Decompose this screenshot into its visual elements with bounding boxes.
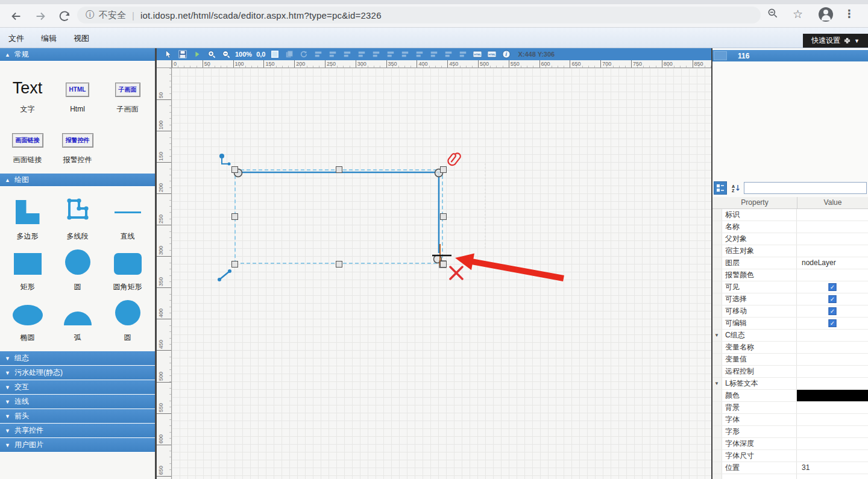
zoom-out-page-icon[interactable] xyxy=(767,7,779,22)
bookmark-star-icon[interactable]: ☆ xyxy=(793,7,803,21)
checkbox-checked-icon[interactable]: ✓ xyxy=(829,319,837,327)
tool-多线段[interactable]: 多线段 xyxy=(52,192,102,244)
section-collapse-icon[interactable]: ▼ xyxy=(714,381,719,386)
property-value[interactable]: ✓ xyxy=(797,281,868,293)
property-row-可见[interactable]: 可见✓ xyxy=(712,281,868,293)
tool-多边形[interactable]: 多边形 xyxy=(2,192,52,244)
property-value[interactable] xyxy=(797,438,868,449)
property-row-变量值[interactable]: 变量值 xyxy=(712,354,868,366)
quick-settings-button[interactable]: 快速设置 ▼ xyxy=(803,34,868,48)
property-value[interactable] xyxy=(797,354,868,365)
property-row-字体深度[interactable]: 字体深度 xyxy=(712,438,868,450)
distribute-h-icon[interactable] xyxy=(443,50,453,59)
align-bottom-icon[interactable] xyxy=(385,50,395,59)
panel-header-collapsed-0[interactable]: ▼组态 xyxy=(0,351,155,366)
html-icon[interactable]: HTML xyxy=(472,50,482,59)
property-filter-input[interactable] xyxy=(744,182,867,194)
property-row-远程控制[interactable]: 远程控制 xyxy=(712,366,868,378)
tool-圆[interactable]: 圆 xyxy=(102,295,153,345)
property-value[interactable] xyxy=(797,245,868,257)
distribute-v-icon[interactable] xyxy=(458,50,468,59)
panel-header-collapsed-6[interactable]: ▼用户图片 xyxy=(0,438,155,452)
tool-文字[interactable]: Text文字 xyxy=(2,66,52,117)
categorized-view-icon[interactable] xyxy=(714,181,727,195)
property-row-L标签文本[interactable]: ▼L标签文本 xyxy=(712,378,868,390)
tool-Html[interactable]: HTMLHtml xyxy=(52,66,102,117)
panel-header-collapsed-4[interactable]: ▼箭头 xyxy=(0,409,155,424)
panel-tab-square[interactable] xyxy=(714,51,727,60)
align-center-icon[interactable] xyxy=(327,50,338,59)
panel-header-collapsed-3[interactable]: ▼连线 xyxy=(0,395,155,409)
align-left-icon[interactable] xyxy=(313,50,323,59)
panel-header-draw[interactable]: ▲ 绘图 xyxy=(0,174,155,187)
resize-handle[interactable] xyxy=(336,261,342,268)
resize-handle[interactable] xyxy=(440,261,447,268)
tool-报警控件[interactable]: 报警控件报警控件 xyxy=(52,117,102,167)
property-value[interactable] xyxy=(797,366,868,377)
checkbox-checked-icon[interactable]: ✓ xyxy=(829,295,837,303)
property-row-位置[interactable]: 位置31 xyxy=(712,462,868,474)
property-value[interactable] xyxy=(797,221,868,233)
save-icon[interactable] xyxy=(177,50,187,59)
page-info-icon[interactable]: ⓘ xyxy=(86,10,94,20)
polyline-shape[interactable] xyxy=(237,172,439,253)
property-row-名称[interactable]: 名称 xyxy=(712,221,868,233)
property-value[interactable]: 31 xyxy=(797,462,868,474)
property-value[interactable] xyxy=(797,342,868,353)
tool-圆角矩形[interactable]: 圆角矩形 xyxy=(102,244,153,295)
resize-handle[interactable] xyxy=(231,261,238,268)
property-row-颜色[interactable]: 颜色 xyxy=(712,390,868,402)
panel-header-general[interactable]: ▲ 常规 xyxy=(0,48,155,61)
menu-item-2[interactable]: 视图 xyxy=(65,33,98,44)
property-row-字体尺寸[interactable]: 字体尺寸 xyxy=(712,450,868,462)
menu-item-0[interactable]: 文件 xyxy=(0,33,33,44)
tool-圆[interactable]: 圆 xyxy=(52,244,102,295)
property-row-宿主对象[interactable]: 宿主对象 xyxy=(712,245,868,257)
section-collapse-icon[interactable]: ▼ xyxy=(714,333,719,338)
property-value[interactable]: ✓ xyxy=(797,318,868,329)
browser-menu-icon[interactable]: ⋮ xyxy=(844,7,855,20)
property-value[interactable]: ✓ xyxy=(797,293,868,305)
same-size-icon[interactable] xyxy=(429,50,439,59)
property-row-标识[interactable]: 标识 xyxy=(712,209,868,221)
property-value[interactable] xyxy=(797,402,868,413)
property-value[interactable] xyxy=(797,426,868,437)
align-top-icon[interactable] xyxy=(356,50,366,59)
property-row-blank[interactable] xyxy=(712,474,868,479)
url-bar[interactable]: ⓘ 不安全 | iot.idosp.net/html/scada/editor.… xyxy=(77,7,761,23)
panel-header-collapsed-5[interactable]: ▼共享控件 xyxy=(0,424,155,438)
rotate-icon[interactable] xyxy=(298,50,309,59)
resize-handle[interactable] xyxy=(231,166,238,173)
back-icon[interactable] xyxy=(10,10,24,24)
same-height-icon[interactable] xyxy=(414,50,424,59)
property-row-字形[interactable]: 字形 xyxy=(712,426,868,438)
property-value[interactable] xyxy=(797,378,868,389)
copy-icon[interactable] xyxy=(284,50,294,59)
property-row-图层[interactable]: 图层nodeLayer xyxy=(712,257,868,269)
property-row-变量名称[interactable]: 变量名称 xyxy=(712,342,868,354)
forward-icon[interactable] xyxy=(34,10,48,24)
property-row-字体[interactable]: 字体 xyxy=(712,414,868,426)
url-text[interactable]: iot.idosp.net/html/scada/editor.aspx.htm… xyxy=(140,10,382,20)
frame-icon[interactable] xyxy=(269,50,280,59)
property-value[interactable] xyxy=(797,209,868,221)
tool-直线[interactable]: 直线 xyxy=(102,192,153,244)
resize-handle[interactable] xyxy=(336,166,342,173)
tool-弧[interactable]: 弧 xyxy=(52,295,102,345)
property-row-父对象[interactable]: 父对象 xyxy=(712,233,868,245)
same-width-icon[interactable] xyxy=(400,50,410,59)
refresh-icon[interactable] xyxy=(58,10,72,24)
checkbox-checked-icon[interactable]: ✓ xyxy=(829,307,837,315)
profile-avatar-icon[interactable] xyxy=(819,7,833,22)
panel-header-collapsed-1[interactable]: ▼污水处理(静态) xyxy=(0,366,155,380)
property-row-报警颜色[interactable]: 报警颜色 xyxy=(712,269,868,281)
menu-item-1[interactable]: 编辑 xyxy=(33,33,65,44)
design-canvas[interactable] xyxy=(172,68,711,479)
sort-alphabetical-icon[interactable]: AZ xyxy=(729,181,742,195)
tool-画面链接[interactable]: 画面链接画面链接 xyxy=(2,117,52,167)
property-value[interactable] xyxy=(797,450,868,462)
tool-子画面[interactable]: 子画面子画面 xyxy=(102,66,153,117)
checkbox-checked-icon[interactable]: ✓ xyxy=(829,283,837,291)
property-row-可选择[interactable]: 可选择✓ xyxy=(712,293,868,305)
property-value[interactable] xyxy=(797,414,868,425)
